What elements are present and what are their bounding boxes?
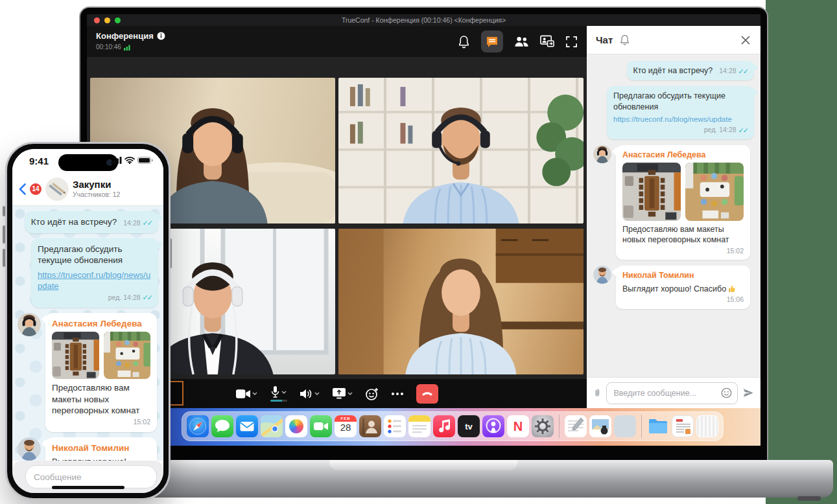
avatar-nikolai	[593, 266, 611, 284]
hangup-icon	[421, 391, 433, 396]
microphone-control[interactable]	[270, 386, 287, 402]
close-icon[interactable]	[741, 36, 750, 45]
conference-name-row: Конференция	[96, 31, 165, 41]
dock-mail-icon[interactable]	[236, 415, 258, 437]
stage: TrueConf - Конференция (00:10:46) <Конфе…	[0, 0, 837, 504]
group-title-block[interactable]: Закупки Участников: 12	[73, 179, 120, 198]
room-mockup-1-image[interactable]	[52, 332, 99, 379]
notification-bell-icon[interactable]	[619, 34, 630, 46]
message-incoming: Анастасия Лебедева Предоставляю вам маке…	[616, 145, 750, 260]
home-indicator[interactable]	[52, 486, 124, 489]
more-options-icon[interactable]	[392, 393, 403, 395]
speaker-control[interactable]	[300, 389, 320, 399]
dock-reminders-icon[interactable]	[384, 415, 406, 437]
calendar-day: 28	[335, 422, 357, 433]
dock-settings-icon[interactable]	[532, 415, 554, 437]
group-avatar[interactable]	[45, 178, 69, 201]
dynamic-island	[58, 154, 118, 171]
back-icon[interactable]	[19, 183, 26, 195]
hangup-button[interactable]	[416, 384, 438, 404]
conference-timer-row: 00:10:46	[96, 43, 132, 51]
message-text: Предлагаю обсудить текущие обновления	[38, 244, 123, 266]
mic-level-meter	[270, 400, 287, 402]
room-mockup-2-image[interactable]	[685, 163, 744, 221]
dock-photos-icon[interactable]	[285, 415, 307, 437]
message-outgoing: Предлагаю обсудить текущие обновления ht…	[607, 86, 754, 139]
dock-podcasts-icon[interactable]	[482, 415, 504, 437]
message-author: Анастасия Лебедева	[622, 150, 744, 160]
dock-trash-icon[interactable]	[696, 415, 718, 437]
macos-desktop: TrueConf - Конференция (00:10:46) <Конфе…	[87, 14, 760, 446]
message-link[interactable]: https://trueconf.ru/blog/news/update	[613, 115, 748, 124]
message-input[interactable]	[606, 382, 738, 404]
message-author: Николай Томилин	[622, 270, 744, 281]
message-text: Предоставляю вам макеты новых переговорн…	[52, 383, 139, 415]
dock-divider	[559, 415, 560, 438]
bell-icon[interactable]	[458, 35, 470, 49]
message-text: Кто идёт на встречу?	[633, 65, 713, 76]
message-text: Выглядит хорошо! Спасибо	[622, 284, 726, 294]
message-incoming-row: Анастасия Лебедева Предоставляю вам маке…	[18, 313, 158, 432]
read-checks: ✓✓	[143, 293, 152, 302]
dock-music-icon[interactable]	[433, 415, 455, 437]
message-text: Кто идёт на встречу?	[31, 216, 117, 228]
dock-calendar-icon[interactable]: FEB 28	[335, 415, 357, 437]
dock-app-icon[interactable]	[614, 415, 636, 437]
video-tile-participant-4[interactable]	[338, 229, 584, 374]
message-author: Анастасия Лебедева	[52, 318, 150, 330]
conference-toolbar	[458, 26, 578, 57]
chat-toggle-active[interactable]	[481, 30, 503, 52]
tv-label: tv	[458, 415, 480, 437]
conference-timer: 00:10:46	[96, 43, 121, 51]
dock-tv-icon[interactable]: tv	[458, 415, 480, 437]
dock-preview-icon[interactable]	[589, 415, 611, 437]
dock-safari-icon[interactable]	[187, 415, 209, 437]
room-mockup-1-image[interactable]	[622, 163, 681, 221]
dock-facetime-icon[interactable]	[310, 415, 332, 437]
iphone: 9:41 14 Закупки Участников: 12	[5, 142, 171, 500]
cellular-icon	[111, 157, 122, 164]
message-author: Николай Томилин	[52, 442, 150, 454]
attach-icon[interactable]	[593, 387, 601, 399]
dock-textedit-icon[interactable]	[565, 415, 587, 437]
dock-divider	[641, 415, 642, 438]
wifi-icon	[124, 157, 135, 164]
message-input[interactable]	[25, 465, 157, 488]
emoji-icon[interactable]	[721, 387, 732, 398]
reactions-icon[interactable]	[366, 387, 379, 400]
unread-badge: 14	[30, 183, 41, 195]
camera-control[interactable]	[236, 389, 257, 399]
participant-4-illustration	[338, 229, 584, 374]
fullscreen-icon[interactable]	[565, 36, 578, 48]
message-text: Предоставляю вам макеты новых переговорн…	[622, 225, 729, 244]
dock-contacts-icon[interactable]	[359, 415, 381, 437]
window-titlebar: TrueConf - Конференция (00:10:46) <Конфе…	[87, 14, 760, 26]
pip-layout-icon[interactable]	[540, 35, 554, 48]
message-time: 15:02	[727, 247, 744, 256]
message-time: 14:28	[123, 219, 140, 228]
message-outgoing: Кто идёт на встречу? 14:28✓✓	[627, 61, 754, 80]
dock-notes-icon[interactable]	[408, 415, 430, 437]
message-link[interactable]: https://trueconf.ru/blog/news/update	[38, 270, 152, 292]
attachments-row	[52, 332, 150, 379]
phone-status-bar: 9:41	[12, 149, 163, 172]
message-incoming: Николай Томилин Выглядит хорошо! Спасибо…	[616, 266, 750, 308]
dock-maps-icon[interactable]	[261, 415, 283, 437]
group-title: Закупки	[73, 179, 120, 190]
info-icon[interactable]	[157, 32, 165, 40]
send-icon[interactable]	[743, 387, 754, 398]
dock-messages-icon[interactable]	[211, 415, 233, 437]
participants-icon[interactable]	[514, 35, 529, 48]
room-mockup-2-image[interactable]	[104, 332, 151, 379]
dock-news-icon[interactable]: N	[507, 415, 529, 437]
dock-folder-icon[interactable]	[647, 415, 669, 437]
screen-share-control[interactable]	[333, 388, 353, 399]
dock-document-icon[interactable]	[672, 415, 694, 437]
macos-dock: FEB 28 tv N	[182, 411, 724, 441]
chat-panel-title: Чат	[596, 34, 613, 45]
avatar-anastasia	[18, 313, 41, 336]
video-tile-participant-2[interactable]	[338, 78, 584, 223]
camera-icon	[236, 389, 250, 399]
read-checks: ✓✓	[738, 67, 748, 76]
message-text: Предлагаю обсудить текущие обновления	[613, 91, 725, 111]
